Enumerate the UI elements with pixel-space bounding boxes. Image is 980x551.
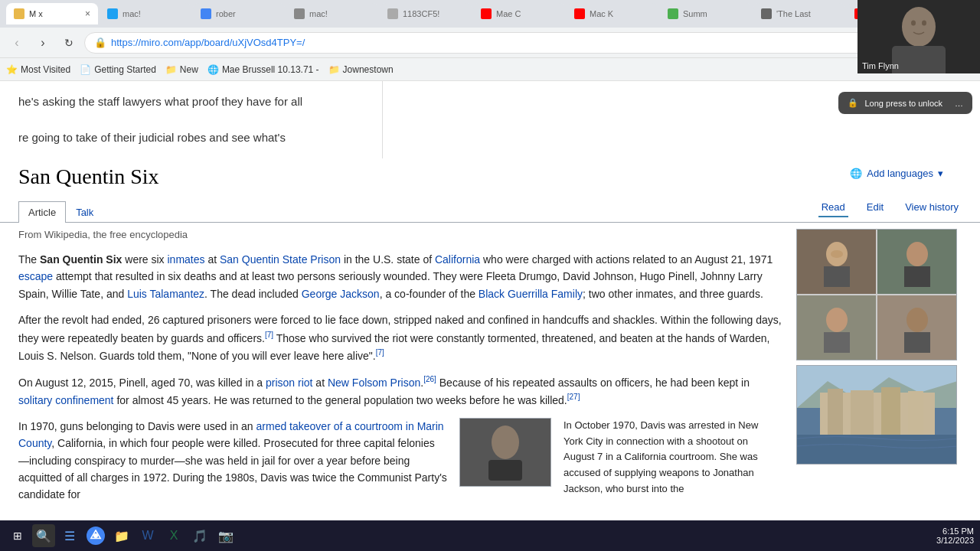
action-read[interactable]: Read bbox=[818, 197, 848, 217]
svg-point-21 bbox=[902, 7, 936, 47]
tab-favicon bbox=[201, 8, 211, 19]
url-text: https://miro.com/app/board/uXjVOsd4TPY=/ bbox=[111, 37, 864, 48]
tab-label: Summ bbox=[683, 9, 707, 18]
wiki-source: From Wikipedia, the free encyclopedia bbox=[18, 229, 784, 240]
tab-talk[interactable]: Talk bbox=[66, 201, 103, 223]
whiteboard-area: he's asking the staff lawyers what proof… bbox=[0, 81, 383, 158]
taskbar-explorer[interactable]: 📁 bbox=[110, 524, 133, 547]
tab-label: rober bbox=[216, 9, 236, 18]
svg-rect-22 bbox=[892, 46, 946, 73]
taskbar-app1[interactable]: 🎵 bbox=[188, 524, 211, 547]
tab-inactive-2[interactable]: rober bbox=[193, 3, 285, 24]
taskbar-widgets[interactable]: ☰ bbox=[58, 524, 81, 547]
svg-rect-3 bbox=[824, 266, 850, 287]
link-sqsp[interactable]: San Quentin State Prison bbox=[220, 253, 341, 266]
page-content: he's asking the staff lawyers what proof… bbox=[0, 81, 980, 551]
mugshot-grid bbox=[797, 230, 956, 360]
link-armed-takeover[interactable]: armed takeover of a courtroom in Marin C… bbox=[18, 420, 444, 449]
svg-point-24 bbox=[922, 21, 926, 26]
mugshot-2 bbox=[877, 230, 956, 294]
taskbar-search[interactable]: 🔍 bbox=[32, 524, 55, 547]
svg-rect-10 bbox=[904, 332, 930, 353]
video-person-name: Tim Flynn bbox=[862, 61, 899, 70]
tab-favicon bbox=[668, 8, 678, 19]
svg-rect-8 bbox=[824, 332, 850, 353]
tab-close[interactable]: × bbox=[85, 8, 90, 19]
bookmark-icon: 📁 bbox=[328, 64, 340, 75]
url-bar[interactable]: 🔒 https://miro.com/app/board/uXjVOsd4TPY… bbox=[84, 32, 890, 54]
svg-rect-18 bbox=[908, 391, 923, 435]
forward-button[interactable]: › bbox=[32, 32, 54, 54]
bookmark-icon: 📁 bbox=[165, 64, 177, 75]
tab-label: M x bbox=[29, 9, 43, 18]
bookmark-new[interactable]: 📁 New bbox=[165, 64, 198, 75]
tab-label: mac! bbox=[309, 9, 328, 18]
bookmark-icon: 📄 bbox=[80, 64, 91, 75]
svg-point-7 bbox=[826, 308, 848, 332]
link-george-jackson[interactable]: George Jackson bbox=[302, 288, 380, 300]
link-prison-riot[interactable]: prison riot bbox=[266, 376, 312, 388]
svg-point-9 bbox=[906, 308, 928, 332]
bookmark-getting-started[interactable]: 📄 Getting Started bbox=[80, 64, 156, 75]
portrait-image bbox=[459, 418, 551, 487]
tab-article[interactable]: Article bbox=[18, 201, 66, 223]
svg-point-0 bbox=[492, 425, 519, 459]
bookmark-most-visited[interactable]: ⭐ Most Visited bbox=[6, 64, 70, 75]
tab-inactive-5[interactable]: Mae C bbox=[473, 3, 565, 24]
tab-inactive-1[interactable]: mac! bbox=[100, 3, 191, 24]
bookmark-icon: ⭐ bbox=[6, 64, 18, 75]
svg-rect-17 bbox=[881, 387, 900, 435]
lock-overlay: 🔒 Long press to unlock … bbox=[838, 92, 972, 114]
bookmark-jownestown[interactable]: 📁 Jownestown bbox=[328, 64, 394, 75]
tab-favicon bbox=[574, 8, 585, 19]
bookmark-mae-brussell[interactable]: 🌐 Mae Brussell 10.13.71 - bbox=[207, 64, 319, 75]
svg-rect-19 bbox=[797, 435, 957, 465]
link-bgf[interactable]: Black Guerrilla Family bbox=[479, 288, 583, 300]
taskbar-start[interactable]: ⊞ bbox=[6, 524, 29, 547]
taskbar-app2[interactable]: 📷 bbox=[214, 524, 237, 547]
link-talamantez[interactable]: Luis Talamantez bbox=[127, 288, 204, 300]
tab-inactive-6[interactable]: Mac K bbox=[567, 3, 658, 24]
taskbar-chrome[interactable] bbox=[87, 527, 105, 545]
lock-close-icon[interactable]: … bbox=[955, 99, 963, 108]
tab-inactive-3[interactable]: mac! bbox=[286, 3, 378, 24]
taskbar-excel[interactable]: X bbox=[162, 524, 185, 547]
action-view-history[interactable]: View history bbox=[902, 197, 962, 217]
translate-icon: 🌐 bbox=[850, 168, 862, 179]
wiki-bottom-para: In 1970, guns belonging to Davis were us… bbox=[18, 418, 447, 504]
tab-favicon bbox=[761, 8, 772, 19]
tab-label: 1183CF5! bbox=[403, 9, 439, 18]
secure-icon: 🔒 bbox=[94, 37, 106, 48]
tab-label: Mae C bbox=[496, 9, 521, 18]
link-california[interactable]: California bbox=[435, 253, 480, 266]
add-languages-button[interactable]: 🌐 Add languages ▾ bbox=[850, 165, 943, 179]
svg-rect-1 bbox=[488, 460, 522, 481]
tab-label: mac! bbox=[122, 9, 141, 18]
tab-bar: M x × mac! rober mac! 1183CF5! Mae C Mac… bbox=[0, 0, 980, 28]
action-edit[interactable]: Edit bbox=[864, 197, 887, 217]
whiteboard-line2: re going to take of their judicial robes… bbox=[18, 129, 364, 147]
svg-rect-15 bbox=[828, 389, 843, 435]
lock-icon: 🔒 bbox=[848, 98, 858, 108]
wiki-title: San Quentin Six bbox=[18, 165, 159, 189]
chevron-down-icon: ▾ bbox=[938, 168, 943, 179]
reload-button[interactable]: ↻ bbox=[58, 32, 80, 54]
tab-favicon bbox=[107, 8, 118, 19]
wiki-para-1: The San Quentin Six were six inmates at … bbox=[18, 251, 784, 302]
link-escape[interactable]: escape bbox=[18, 270, 53, 282]
tab-favicon bbox=[387, 8, 398, 19]
lock-text: Long press to unlock bbox=[864, 99, 942, 108]
taskbar-word[interactable]: W bbox=[136, 524, 159, 547]
video-overlay: Tim Flynn bbox=[858, 0, 980, 73]
link-new-folsom[interactable]: New Folsom Prison bbox=[328, 376, 420, 388]
back-button[interactable]: ‹ bbox=[6, 32, 28, 54]
tab-inactive-8[interactable]: 'The Last bbox=[753, 3, 845, 24]
taskbar: ⊞ 🔍 ☰ 📁 W X 🎵 📷 6:15 PM 3/12/2023 bbox=[0, 520, 980, 551]
svg-rect-16 bbox=[851, 390, 874, 435]
svg-point-23 bbox=[911, 21, 916, 26]
tab-active[interactable]: M x × bbox=[6, 3, 98, 24]
link-inmates[interactable]: inmates bbox=[168, 253, 205, 266]
link-solitary[interactable]: solitary confinement bbox=[18, 393, 114, 406]
tab-inactive-7[interactable]: Summ bbox=[660, 3, 752, 24]
tab-inactive-4[interactable]: 1183CF5! bbox=[380, 3, 472, 24]
